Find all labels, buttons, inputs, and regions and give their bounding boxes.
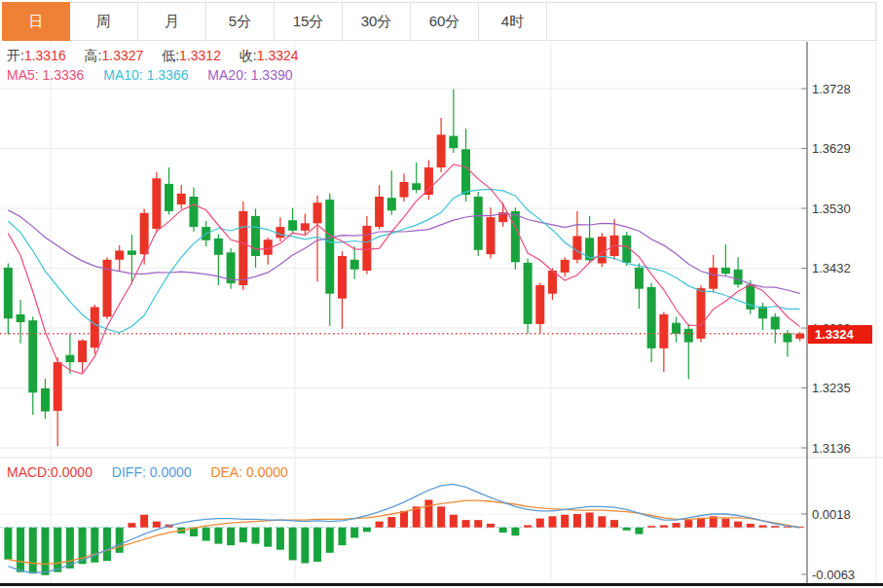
close-label: 收: (239, 48, 257, 63)
macd-value: MACD:0.0000 (7, 464, 92, 480)
candlestick-chart[interactable]: 1.37281.36291.35301.34321.33331.32351.31… (0, 0, 883, 588)
low-value: 1.3312 (179, 48, 221, 63)
open-value: 1.3316 (24, 48, 66, 63)
price-axis-label: 1.3136 (812, 441, 851, 456)
dea-value: DEA: 0.0000 (210, 464, 287, 480)
macd-axis-label: -0.0063 (812, 568, 855, 582)
macd-legend: MACD:0.0000 DIFF: 0.0000 DEA: 0.0000 (7, 464, 288, 480)
tabbar-spacer (547, 2, 876, 41)
tab-4hour[interactable]: 4时 (479, 2, 547, 41)
dea-line (8, 500, 799, 564)
last-price-badge: 1.3324 (808, 325, 872, 344)
tab-15min[interactable]: 15分 (275, 2, 343, 41)
low-label: 低: (162, 48, 179, 63)
tab-month[interactable]: 月 (138, 2, 206, 41)
diff-value: DIFF: 0.0000 (112, 464, 192, 480)
ma20-value: MA20: 1.3390 (207, 67, 292, 83)
price-axis-label: 1.3432 (812, 261, 851, 276)
tab-week[interactable]: 周 (70, 2, 138, 41)
tab-5min[interactable]: 5分 (206, 2, 275, 41)
ma10-value: MA10: 1.3366 (103, 67, 188, 83)
ma-legend: MA5: 1.3336 MA10: 1.3366 MA20: 1.3390 (7, 67, 293, 83)
price-axis-label: 1.3530 (812, 202, 851, 216)
open-label: 开: (7, 48, 24, 63)
macd-axis-label: 0.0018 (812, 507, 851, 522)
tab-30min[interactable]: 30分 (343, 2, 411, 41)
ma5-value: MA5: 1.3336 (7, 67, 84, 83)
kline-app: 1.37281.36291.35301.34321.33331.32351.31… (0, 0, 883, 588)
price-axis-label: 1.3629 (812, 141, 851, 156)
high-label: 高: (85, 48, 102, 63)
tab-day[interactable]: 日 (2, 2, 70, 41)
diff-line (8, 484, 799, 572)
tab-60min[interactable]: 60分 (411, 2, 479, 41)
candles-layer (4, 90, 804, 447)
price-axis-label: 1.3728 (812, 82, 851, 96)
price-axis-label: 1.3235 (812, 381, 851, 395)
high-value: 1.3327 (102, 48, 144, 63)
bottom-border (0, 583, 883, 586)
ma10-line (8, 189, 799, 332)
timeframe-tabbar: 日 周 月 5分 15分 30分 60分 4时 (2, 2, 876, 41)
close-value: 1.3324 (257, 48, 299, 63)
ohlc-legend: 开:1.3316 高:1.3327 低:1.3312 收:1.3324 (7, 48, 313, 65)
